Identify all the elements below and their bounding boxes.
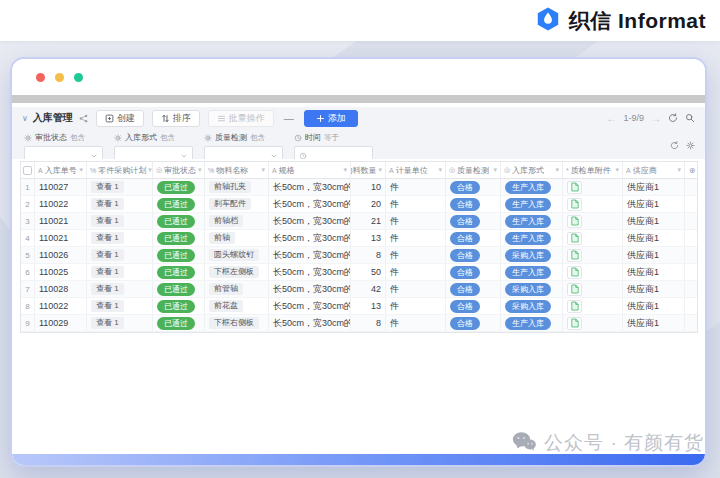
view-plan-tag[interactable]: 查看 1 [91,232,124,244]
table-row[interactable]: 2 110022 查看 1 已通过 刹车配件 长50cm，宽30cm的SY1 2… [21,196,697,213]
sort-caret-icon[interactable]: ▾ [436,166,442,174]
attachment-file-icon[interactable] [567,198,582,211]
attachment-file-icon[interactable] [567,232,582,245]
sort-caret-icon[interactable]: ▾ [491,166,497,174]
add-plus-icon [316,114,325,123]
col-header-attachment[interactable]: *质检单附件▾ [563,162,623,178]
attachment-file-icon[interactable] [567,266,582,279]
sort-button[interactable]: 排序 [152,110,200,127]
material-tag[interactable]: 刹车配件 [209,198,251,210]
view-plan-tag[interactable]: 查看 1 [91,300,124,312]
view-plan-tag[interactable]: 查看 1 [91,249,124,261]
text-field-icon: A [38,167,43,174]
refresh-icon[interactable] [670,136,679,154]
col-header-approval[interactable]: ◎审批状态▾ [153,162,205,178]
material-tag[interactable]: 下框右侧板 [209,317,259,329]
attachment-file-icon[interactable] [567,181,582,194]
sort-caret-icon[interactable]: ▾ [259,166,265,174]
material-tag[interactable]: 前轴 [209,232,235,244]
create-button[interactable]: 创建 [96,110,144,127]
cell-qty: 13 [351,298,386,314]
attachment-file-icon[interactable] [567,300,582,313]
entry-mode-badge: 生产入库 [505,317,551,330]
app-window: ∨ 入库管理 创建 [10,57,707,467]
material-tag[interactable]: 圆头螺纹钉 [209,249,259,261]
maximize-window-button[interactable] [74,73,83,82]
view-plan-tag[interactable]: 查看 1 [91,215,124,227]
search-icon[interactable] [685,113,695,123]
material-tag[interactable]: 前管轴 [209,283,243,295]
cell-qty: 50 [351,264,386,280]
select-all-checkbox[interactable] [23,166,32,175]
add-record-button[interactable]: 添加 [304,110,358,127]
entry-mode-badge: 生产入库 [505,215,551,228]
sort-caret-icon[interactable]: ▾ [341,166,347,174]
table-row[interactable]: 1 110027 查看 1 已通过 前轴孔夹 长50cm，宽30cm的SY1 1… [21,179,697,196]
attachment-file-icon[interactable] [567,283,582,296]
col-header-unit[interactable]: A计量单位▾ [386,162,446,178]
sort-caret-icon[interactable]: ▾ [77,166,83,174]
attachment-file-icon[interactable] [567,215,582,228]
view-plan-tag[interactable]: 查看 1 [91,198,124,210]
text-field-icon: A [272,167,277,174]
entry-mode-badge: 采购入库 [505,283,551,296]
collapse-chevron-icon[interactable]: ∨ [22,114,28,123]
cell-supplier: 供应商1 [623,247,685,263]
cell-supplier: 供应商1 [623,315,685,331]
table-row[interactable]: 6 110025 查看 1 已通过 下框左侧板 长50cm，宽30cm的SY1 … [21,264,697,281]
table-row[interactable]: 3 110021 查看 1 已通过 前轴档 长50cm，宽30cm的SY1 21… [21,213,697,230]
cell-unit: 件 [386,264,446,280]
sort-caret-icon[interactable]: ▾ [196,166,202,174]
filter-label: 入库形式 [125,132,157,143]
table-row[interactable]: 4 110021 查看 1 已通过 前轴 长50cm，宽30cm的SY1 13 … [21,230,697,247]
sort-caret-icon[interactable]: ▾ [376,166,382,174]
col-header-qc[interactable]: ◎质量检测▾ [446,162,501,178]
material-tag[interactable]: 前轴档 [209,215,243,227]
sort-caret-icon[interactable]: ▾ [553,166,559,174]
col-header-purchase-plan[interactable]: %零件采购计划▾ [87,162,153,178]
close-window-button[interactable] [36,73,45,82]
col-header-order-no[interactable]: A入库单号▾ [35,162,87,178]
attachment-file-icon[interactable] [567,317,582,330]
material-tag[interactable]: 下框左侧板 [209,266,259,278]
next-page-icon[interactable]: → [651,113,661,124]
gear-icon[interactable] [686,136,695,154]
col-header-select[interactable] [21,162,35,178]
share-icon[interactable] [79,114,88,123]
sort-caret-icon[interactable]: ▾ [613,166,619,174]
approval-badge: 已通过 [157,283,195,296]
batch-operation-button[interactable]: 批量操作 [208,110,274,127]
view-plan-tag[interactable]: 查看 1 [91,266,124,278]
view-plan-tag[interactable]: 查看 1 [91,181,124,193]
wechat-icon [512,431,536,456]
table-row[interactable]: 7 110028 查看 1 已通过 前管轴 长50cm，宽30cm的SY1 42… [21,281,697,298]
approval-badge: 已通过 [157,198,195,211]
col-header-quantity[interactable]: #物料数量▾ [351,162,386,178]
table-row[interactable]: 9 110029 查看 1 已通过 下框右侧板 长50cm，宽30cm的SY1 … [21,315,697,332]
col-header-supplier[interactable]: A供应商▾ [623,162,685,178]
cell-order-no: 110025 [35,264,87,280]
view-plan-tag[interactable]: 查看 1 [91,317,124,329]
view-plan-tag[interactable]: 查看 1 [91,283,124,295]
sort-caret-icon[interactable]: ▾ [675,166,681,174]
sort-caret-icon[interactable]: ▾ [146,166,152,174]
more-tools-minus-icon[interactable]: — [284,113,294,124]
refresh-icon[interactable] [668,113,678,123]
brand-name: 织信 Informat [569,7,706,35]
table-row[interactable]: 8 110022 查看 1 已通过 前花盘 长50cm，宽30cm的SY1 13… [21,298,697,315]
col-header-material[interactable]: %物料名称▾ [205,162,269,178]
material-tag[interactable]: 前花盘 [209,300,243,312]
col-header-entry-mode[interactable]: ◎入库形式▾ [501,162,563,178]
table-row[interactable]: 5 110026 查看 1 已通过 圆头螺纹钉 长50cm，宽30cm的SY1 … [21,247,697,264]
prev-page-icon[interactable]: ← [606,113,616,124]
field-clock-icon [294,134,302,142]
informat-hexagon-logo-icon [535,6,561,36]
add-column-button[interactable]: ⊕ [685,162,699,178]
cell-order-no: 110021 [35,230,87,246]
attachment-file-icon[interactable] [567,249,582,262]
col-header-spec[interactable]: A规格▾ [269,162,351,178]
material-tag[interactable]: 前轴孔夹 [209,181,251,193]
approval-badge: 已通过 [157,317,195,330]
minimize-window-button[interactable] [55,73,64,82]
field-gear-icon [24,134,32,142]
